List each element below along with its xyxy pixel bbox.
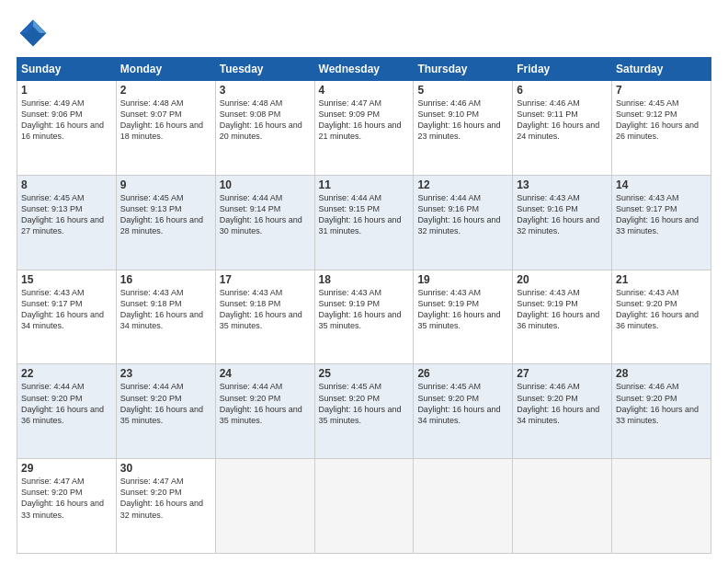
- day-info: Sunrise: 4:44 AMSunset: 9:20 PMDaylight:…: [120, 381, 211, 426]
- day-info: Sunrise: 4:45 AMSunset: 9:20 PMDaylight:…: [417, 381, 508, 426]
- calendar-cell: 1Sunrise: 4:49 AMSunset: 9:06 PMDaylight…: [17, 81, 117, 176]
- day-info: Sunrise: 4:43 AMSunset: 9:19 PMDaylight:…: [417, 287, 508, 332]
- calendar-header-thursday: Thursday: [414, 58, 513, 81]
- calendar-cell: [414, 459, 513, 554]
- day-number: 23: [120, 367, 211, 380]
- calendar-cell: 5Sunrise: 4:46 AMSunset: 9:10 PMDaylight…: [414, 81, 513, 176]
- day-number: 19: [417, 273, 508, 286]
- calendar-cell: 4Sunrise: 4:47 AMSunset: 9:09 PMDaylight…: [314, 81, 414, 176]
- calendar-cell: 17Sunrise: 4:43 AMSunset: 9:18 PMDayligh…: [215, 270, 314, 364]
- calendar-cell: 7Sunrise: 4:45 AMSunset: 9:12 PMDaylight…: [612, 81, 711, 176]
- day-number: 22: [21, 367, 112, 380]
- day-number: 10: [220, 178, 311, 191]
- day-number: 15: [21, 273, 112, 286]
- day-info: Sunrise: 4:46 AMSunset: 9:11 PMDaylight:…: [517, 98, 608, 143]
- calendar-header-sunday: Sunday: [17, 58, 117, 81]
- day-number: 29: [21, 462, 112, 475]
- day-number: 3: [220, 84, 311, 97]
- day-info: Sunrise: 4:44 AMSunset: 9:20 PMDaylight:…: [220, 381, 311, 426]
- day-number: 24: [220, 367, 311, 380]
- day-info: Sunrise: 4:44 AMSunset: 9:14 PMDaylight:…: [220, 192, 311, 237]
- day-number: 20: [517, 273, 608, 286]
- calendar-cell: 29Sunrise: 4:47 AMSunset: 9:20 PMDayligh…: [17, 459, 117, 554]
- calendar-cell: 20Sunrise: 4:43 AMSunset: 9:19 PMDayligh…: [513, 270, 612, 364]
- calendar-cell: 3Sunrise: 4:48 AMSunset: 9:08 PMDaylight…: [215, 81, 314, 176]
- calendar-cell: 19Sunrise: 4:43 AMSunset: 9:19 PMDayligh…: [414, 270, 513, 364]
- day-number: 4: [319, 84, 410, 97]
- calendar-cell: 18Sunrise: 4:43 AMSunset: 9:19 PMDayligh…: [314, 270, 414, 364]
- day-number: 18: [319, 273, 410, 286]
- day-info: Sunrise: 4:44 AMSunset: 9:15 PMDaylight:…: [319, 192, 410, 237]
- calendar-cell: 14Sunrise: 4:43 AMSunset: 9:17 PMDayligh…: [612, 175, 711, 270]
- calendar-header-row: SundayMondayTuesdayWednesdayThursdayFrid…: [17, 58, 711, 81]
- day-info: Sunrise: 4:48 AMSunset: 9:08 PMDaylight:…: [220, 98, 311, 143]
- calendar-row-2: 8Sunrise: 4:45 AMSunset: 9:13 PMDaylight…: [17, 175, 711, 270]
- calendar-cell: 2Sunrise: 4:48 AMSunset: 9:07 PMDaylight…: [116, 81, 215, 176]
- day-number: 11: [319, 178, 410, 191]
- logo: [17, 17, 53, 50]
- calendar-cell: 24Sunrise: 4:44 AMSunset: 9:20 PMDayligh…: [215, 364, 314, 459]
- calendar-cell: 11Sunrise: 4:44 AMSunset: 9:15 PMDayligh…: [314, 175, 414, 270]
- calendar-cell: 15Sunrise: 4:43 AMSunset: 9:17 PMDayligh…: [17, 270, 117, 364]
- day-info: Sunrise: 4:43 AMSunset: 9:18 PMDaylight:…: [120, 287, 211, 332]
- calendar-cell: [314, 459, 414, 554]
- calendar-cell: 10Sunrise: 4:44 AMSunset: 9:14 PMDayligh…: [215, 175, 314, 270]
- calendar-cell: 9Sunrise: 4:45 AMSunset: 9:13 PMDaylight…: [116, 175, 215, 270]
- calendar-header-friday: Friday: [513, 58, 612, 81]
- day-number: 28: [616, 367, 707, 380]
- day-info: Sunrise: 4:49 AMSunset: 9:06 PMDaylight:…: [21, 98, 112, 143]
- logo-icon: [17, 17, 50, 50]
- day-number: 1: [21, 84, 112, 97]
- day-number: 21: [616, 273, 707, 286]
- day-info: Sunrise: 4:47 AMSunset: 9:20 PMDaylight:…: [120, 476, 211, 521]
- day-number: 6: [517, 84, 608, 97]
- day-number: 25: [319, 367, 410, 380]
- calendar-table: SundayMondayTuesdayWednesdayThursdayFrid…: [17, 57, 711, 554]
- calendar-row-5: 29Sunrise: 4:47 AMSunset: 9:20 PMDayligh…: [17, 459, 711, 554]
- day-number: 14: [616, 178, 707, 191]
- calendar-row-3: 15Sunrise: 4:43 AMSunset: 9:17 PMDayligh…: [17, 270, 711, 364]
- day-number: 17: [220, 273, 311, 286]
- day-number: 5: [417, 84, 508, 97]
- calendar-cell: 25Sunrise: 4:45 AMSunset: 9:20 PMDayligh…: [314, 364, 414, 459]
- calendar-cell: 23Sunrise: 4:44 AMSunset: 9:20 PMDayligh…: [116, 364, 215, 459]
- calendar-cell: 28Sunrise: 4:46 AMSunset: 9:20 PMDayligh…: [612, 364, 711, 459]
- calendar-cell: 22Sunrise: 4:44 AMSunset: 9:20 PMDayligh…: [17, 364, 117, 459]
- calendar-cell: 6Sunrise: 4:46 AMSunset: 9:11 PMDaylight…: [513, 81, 612, 176]
- page: SundayMondayTuesdayWednesdayThursdayFrid…: [0, 0, 728, 563]
- calendar-cell: [215, 459, 314, 554]
- day-number: 12: [417, 178, 508, 191]
- day-number: 30: [120, 462, 211, 475]
- day-number: 27: [517, 367, 608, 380]
- day-number: 9: [120, 178, 211, 191]
- day-info: Sunrise: 4:48 AMSunset: 9:07 PMDaylight:…: [120, 98, 211, 143]
- calendar-cell: 21Sunrise: 4:43 AMSunset: 9:20 PMDayligh…: [612, 270, 711, 364]
- day-info: Sunrise: 4:45 AMSunset: 9:13 PMDaylight:…: [21, 192, 112, 237]
- day-info: Sunrise: 4:46 AMSunset: 9:20 PMDaylight:…: [616, 381, 707, 426]
- calendar-cell: 30Sunrise: 4:47 AMSunset: 9:20 PMDayligh…: [116, 459, 215, 554]
- day-info: Sunrise: 4:46 AMSunset: 9:10 PMDaylight:…: [417, 98, 508, 143]
- day-info: Sunrise: 4:45 AMSunset: 9:13 PMDaylight:…: [120, 192, 211, 237]
- header: [17, 17, 711, 50]
- calendar-row-4: 22Sunrise: 4:44 AMSunset: 9:20 PMDayligh…: [17, 364, 711, 459]
- day-info: Sunrise: 4:43 AMSunset: 9:17 PMDaylight:…: [616, 192, 707, 237]
- calendar-cell: [513, 459, 612, 554]
- calendar-row-1: 1Sunrise: 4:49 AMSunset: 9:06 PMDaylight…: [17, 81, 711, 176]
- day-info: Sunrise: 4:44 AMSunset: 9:20 PMDaylight:…: [21, 381, 112, 426]
- calendar-header-wednesday: Wednesday: [314, 58, 414, 81]
- day-number: 7: [616, 84, 707, 97]
- calendar-cell: 27Sunrise: 4:46 AMSunset: 9:20 PMDayligh…: [513, 364, 612, 459]
- day-info: Sunrise: 4:45 AMSunset: 9:20 PMDaylight:…: [319, 381, 410, 426]
- calendar-header-saturday: Saturday: [612, 58, 711, 81]
- day-info: Sunrise: 4:45 AMSunset: 9:12 PMDaylight:…: [616, 98, 707, 143]
- day-info: Sunrise: 4:43 AMSunset: 9:20 PMDaylight:…: [616, 287, 707, 332]
- day-info: Sunrise: 4:47 AMSunset: 9:20 PMDaylight:…: [21, 476, 112, 521]
- day-info: Sunrise: 4:46 AMSunset: 9:20 PMDaylight:…: [517, 381, 608, 426]
- calendar-cell: 16Sunrise: 4:43 AMSunset: 9:18 PMDayligh…: [116, 270, 215, 364]
- calendar-cell: 13Sunrise: 4:43 AMSunset: 9:16 PMDayligh…: [513, 175, 612, 270]
- day-number: 26: [417, 367, 508, 380]
- day-info: Sunrise: 4:43 AMSunset: 9:19 PMDaylight:…: [319, 287, 410, 332]
- calendar-header-tuesday: Tuesday: [215, 58, 314, 81]
- day-info: Sunrise: 4:43 AMSunset: 9:16 PMDaylight:…: [517, 192, 608, 237]
- day-info: Sunrise: 4:43 AMSunset: 9:18 PMDaylight:…: [220, 287, 311, 332]
